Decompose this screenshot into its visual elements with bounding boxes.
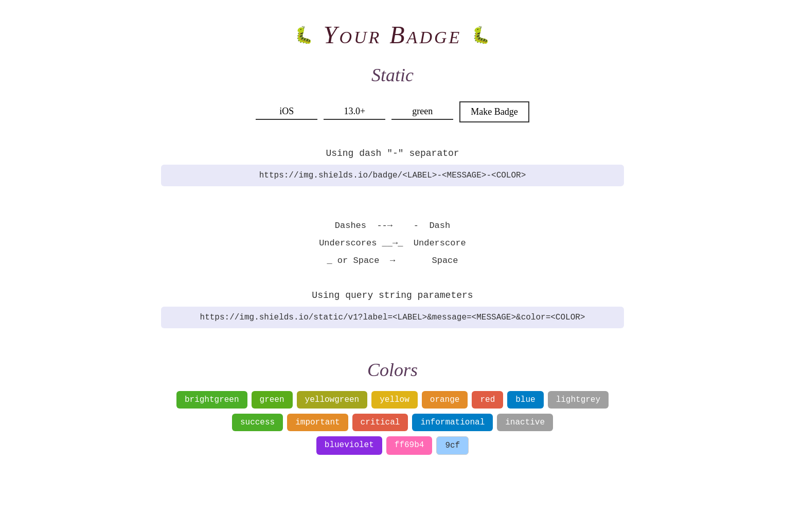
- badge-orange[interactable]: orange: [422, 391, 468, 409]
- badge-critical[interactable]: critical: [352, 414, 408, 431]
- dash-url-block[interactable]: https://img.shields.io/badge/<LABEL>-<ME…: [161, 165, 624, 186]
- conversion-dashes: Dashes --→ - Dash: [319, 217, 466, 235]
- dash-separator-section: Using dash "-" separator https://img.shi…: [161, 148, 624, 197]
- badge-informational[interactable]: informational: [412, 414, 493, 431]
- message-input[interactable]: [324, 104, 385, 120]
- badge-9cf[interactable]: 9cf: [436, 436, 469, 455]
- title-text: Your Badge: [324, 21, 462, 49]
- make-badge-button[interactable]: Make Badge: [459, 101, 529, 122]
- page-title: 🐛 Your Badge 🐛: [293, 21, 493, 49]
- badge-yellow[interactable]: yellow: [371, 391, 418, 409]
- query-url-block[interactable]: https://img.shields.io/static/v1?label=<…: [161, 307, 624, 328]
- badge-green[interactable]: green: [252, 391, 293, 409]
- badge-success[interactable]: success: [232, 414, 283, 431]
- label-input[interactable]: [256, 104, 317, 120]
- badge-blueviolet[interactable]: blueviolet: [316, 436, 382, 455]
- color-badges-row3: blueviolet ff69b4 9cf: [316, 436, 469, 455]
- badge-important[interactable]: important: [287, 414, 348, 431]
- badge-blue[interactable]: blue: [507, 391, 543, 409]
- badge-yellowgreen[interactable]: yellowgreen: [297, 391, 368, 409]
- color-badges-row1: brightgreen green yellowgreen yellow ora…: [176, 391, 609, 409]
- conversion-underscores: Underscores __→_ Underscore: [319, 235, 466, 252]
- badge-ff69b4[interactable]: ff69b4: [386, 436, 433, 455]
- query-string-label: Using query string parameters: [312, 290, 473, 300]
- query-string-section: Using query string parameters https://im…: [161, 290, 624, 339]
- dash-separator-label: Using dash "-" separator: [326, 148, 459, 158]
- color-badges-row2: success important critical informational…: [232, 414, 553, 431]
- color-input[interactable]: [391, 104, 453, 120]
- badge-red[interactable]: red: [472, 391, 503, 409]
- bug-left-icon: 🐛: [293, 25, 315, 45]
- conversion-space: _ or Space → Space: [319, 252, 466, 270]
- colors-section: Colors brightgreen green yellowgreen yel…: [10, 359, 775, 460]
- badge-form: Make Badge: [256, 101, 529, 122]
- conversion-table: Dashes --→ - Dash Underscores __→_ Under…: [319, 217, 466, 270]
- bug-right-icon: 🐛: [470, 25, 492, 45]
- static-section-title: Static: [371, 64, 414, 86]
- badge-lightgrey[interactable]: lightgrey: [548, 391, 609, 409]
- colors-title: Colors: [367, 359, 418, 381]
- badge-inactive[interactable]: inactive: [497, 414, 553, 431]
- badge-brightgreen[interactable]: brightgreen: [176, 391, 247, 409]
